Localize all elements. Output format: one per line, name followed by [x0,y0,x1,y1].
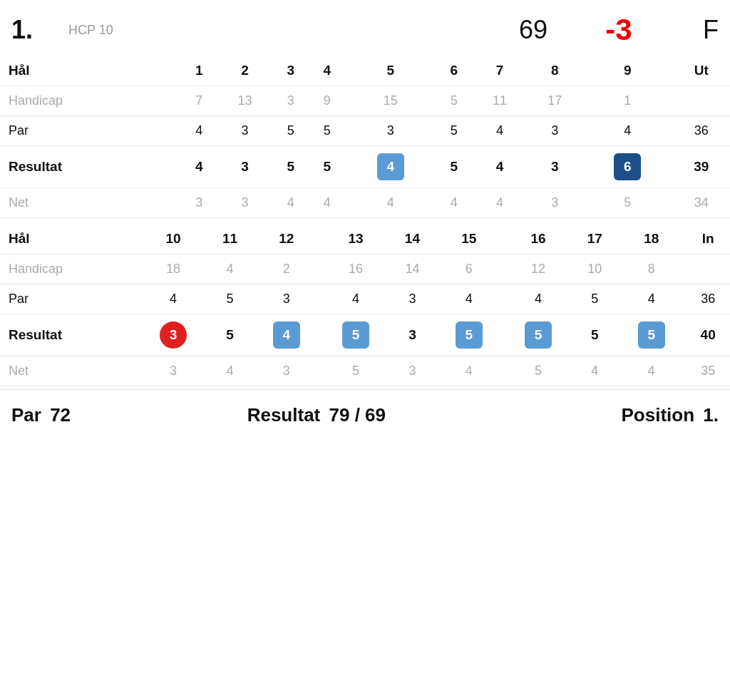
front-net-3: 4 [272,188,309,218]
header-status: F [662,15,719,45]
front-hcp-6: 5 [436,86,472,116]
footer-resultat-value: 79 / 69 [329,404,386,426]
back-hcp-11: 4 [208,254,252,284]
back-net-12: 3 [252,356,321,386]
front-net-5: 4 [345,188,436,218]
front-handicap-row: Handicap 7 13 3 9 15 5 11 17 1 [0,86,730,116]
front-resultat-row: Resultat 4 3 5 5 4 5 4 3 6 39 [0,146,730,188]
front-res-5: 4 [345,146,436,188]
front-ut-header: Ut [673,56,730,86]
back-res-15: 5 [434,314,503,356]
front-res-ut: 39 [673,146,730,188]
back-net-10: 3 [139,356,208,386]
back-resultat-label: Resultat [0,314,139,356]
scorecard-front: Hål 1 2 3 4 5 6 7 8 9 Ut Handicap 7 13 3… [0,56,730,218]
back-par-17: 5 [573,284,617,314]
back-hcp-14: 14 [391,254,435,284]
header-rank: 1. [11,15,68,45]
front-net-9: 5 [582,188,673,218]
hole-6-header: 6 [436,56,472,86]
back-hcp-16: 12 [503,254,572,284]
front-net-ut: 34 [673,188,730,218]
back-res-in: 40 [686,314,730,356]
back-res-11: 5 [208,314,252,356]
front-hcp-2: 13 [217,86,272,116]
back-net-14: 3 [391,356,435,386]
front-net-1: 3 [181,188,217,218]
front-net-4: 4 [309,188,345,218]
footer-resultat-label: Resultat [247,404,321,426]
back-net-16: 5 [503,356,572,386]
front-resultat-label: Resultat [0,146,181,188]
back-par-14: 3 [391,284,435,314]
back-net-18: 4 [617,356,686,386]
back-hcp-10: 18 [139,254,208,284]
hole-14-header: 14 [391,224,435,254]
back-hal-row: Hål 10 11 12 13 14 15 16 17 18 In [0,224,730,254]
hole-3-header: 3 [272,56,309,86]
back-hcp-in [686,254,730,284]
back-par-16: 4 [503,284,572,314]
front-par-6: 5 [436,116,472,146]
front-res-1: 4 [181,146,217,188]
front-hcp-4: 9 [309,86,345,116]
back-res-10: 3 [139,314,208,356]
front-par-3: 5 [272,116,309,146]
back-hal-label: Hål [0,224,139,254]
footer-par-label: Par [11,404,41,426]
back-net-13: 5 [321,356,390,386]
back-res-13: 5 [321,314,390,356]
front-hcp-5: 15 [345,86,436,116]
hole-18-header: 18 [617,224,686,254]
back-par-12: 3 [252,284,321,314]
back-net-in: 35 [686,356,730,386]
back-in-header: In [686,224,730,254]
hole-15-header: 15 [434,224,503,254]
front-res-6: 5 [436,146,472,188]
footer-par: Par 72 [11,404,247,426]
back-net-11: 4 [208,356,252,386]
back-handicap-row: Handicap 18 4 2 16 14 6 12 10 8 [0,254,730,284]
back-hcp-17: 10 [573,254,617,284]
back-par-18: 4 [617,284,686,314]
hole-11-header: 11 [208,224,252,254]
back-net-label: Net [0,356,139,386]
back-hcp-15: 6 [434,254,503,284]
back-par-in: 36 [686,284,730,314]
back-par-10: 4 [139,284,208,314]
front-res-2: 3 [217,146,272,188]
hal-label: Hål [0,56,181,86]
back-net-row: Net 3 4 3 5 3 4 5 4 4 35 [0,356,730,386]
footer-position: Position 1. [483,404,719,426]
header-diff: -3 [576,13,662,47]
front-hcp-7: 11 [472,86,527,116]
back-resultat-row: Resultat 3 5 4 5 3 5 5 5 5 40 [0,314,730,356]
back-par-11: 5 [208,284,252,314]
footer-resultat: Resultat 79 / 69 [247,404,483,426]
front-net-label: Net [0,188,181,218]
header-score: 69 [490,15,576,45]
back-net-17: 4 [573,356,617,386]
hole-12-header: 12 [252,224,321,254]
hole-5-header: 5 [345,56,436,86]
front-net-row: Net 3 3 4 4 4 4 4 3 5 34 [0,188,730,218]
hole-13-header: 13 [321,224,390,254]
header: 1. HCP 10 69 -3 F [0,0,730,50]
footer-position-value: 1. [703,404,719,426]
back-par-label: Par [0,284,139,314]
footer: Par 72 Resultat 79 / 69 Position 1. [0,389,730,441]
header-hcp: HCP 10 [68,23,490,38]
front-hcp-1: 7 [181,86,217,116]
back-res-14: 3 [391,314,435,356]
front-par-5: 3 [345,116,436,146]
hole-8-header: 8 [528,56,582,86]
front-par-2: 3 [217,116,272,146]
front-net-6: 4 [436,188,472,218]
front-res-4: 5 [309,146,345,188]
back-par-row: Par 4 5 3 4 3 4 4 5 4 36 [0,284,730,314]
front-par-label: Par [0,116,181,146]
front-par-4: 5 [309,116,345,146]
hole-2-header: 2 [217,56,272,86]
hole-9-header: 9 [582,56,673,86]
footer-par-value: 72 [50,404,71,426]
